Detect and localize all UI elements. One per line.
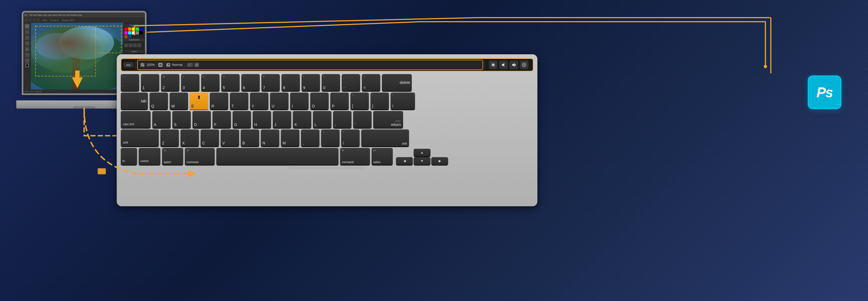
svg-point-5 xyxy=(31,30,123,90)
key-backslash[interactable]: | \ xyxy=(391,93,415,110)
key-r[interactable]: R xyxy=(210,93,228,110)
svg-marker-31 xyxy=(502,63,504,67)
photoshop-logo: Ps xyxy=(808,76,841,109)
key-g[interactable]: G xyxy=(232,111,251,128)
key-b[interactable]: B xyxy=(241,129,259,146)
key-5[interactable]: % 5 xyxy=(221,74,240,91)
svg-rect-20 xyxy=(188,64,189,66)
touch-bar: esc 100% xyxy=(121,58,533,71)
key-comma[interactable]: < , xyxy=(301,129,319,146)
key-p[interactable]: P xyxy=(330,93,349,110)
svg-point-8 xyxy=(59,26,114,59)
key-option-left[interactable]: alt option xyxy=(162,148,183,165)
svg-line-28 xyxy=(494,66,495,66)
key-arrow-up[interactable]: ▲ xyxy=(414,149,431,156)
key-semicolon[interactable]: : ; xyxy=(333,111,351,128)
qwerty-row: tab Q W E R xyxy=(121,93,533,110)
key-open-bracket[interactable]: { [ xyxy=(350,93,369,110)
key-y[interactable]: Y xyxy=(250,93,269,110)
key-tilde[interactable]: ~ ` xyxy=(121,74,139,91)
key-j[interactable]: J xyxy=(273,111,291,128)
svg-point-12 xyxy=(142,64,143,66)
key-8[interactable]: * 8 xyxy=(281,74,300,91)
key-minus[interactable]: _ - xyxy=(342,74,360,91)
key-n[interactable]: N xyxy=(261,129,279,146)
key-tab[interactable]: tab xyxy=(121,93,148,110)
touch-bar-volume-btn[interactable] xyxy=(499,61,508,69)
touch-bar-layer-icon[interactable] xyxy=(166,63,170,67)
key-k[interactable]: K xyxy=(293,111,311,128)
svg-rect-4 xyxy=(31,23,123,90)
touch-bar-brightness-btn[interactable] xyxy=(489,61,497,69)
key-u[interactable]: U xyxy=(270,93,288,110)
svg-line-30 xyxy=(492,66,492,66)
key-s[interactable]: S xyxy=(172,111,191,128)
svg-point-6 xyxy=(31,26,105,73)
key-tilde-top: ~ xyxy=(122,75,124,78)
key-e-highlighted[interactable]: E xyxy=(190,93,208,110)
key-1[interactable]: ! 1 xyxy=(141,74,159,91)
key-space[interactable] xyxy=(216,148,338,165)
key-z[interactable]: Z xyxy=(160,129,179,146)
touch-bar-right-controls xyxy=(487,61,531,69)
key-3[interactable]: # 3 xyxy=(181,74,199,91)
key-period[interactable]: > . xyxy=(321,129,340,146)
key-w[interactable]: W xyxy=(169,93,188,110)
key-command-right[interactable]: ⌘ command xyxy=(340,148,370,165)
touch-bar-history-state[interactable] xyxy=(186,63,194,67)
key-enter[interactable]: enter return xyxy=(373,111,403,128)
key-q[interactable]: Q xyxy=(150,93,168,110)
touch-bar-zoom-icon[interactable] xyxy=(140,63,145,67)
key-delete[interactable]: delete xyxy=(382,74,412,91)
key-6[interactable]: ^ 6 xyxy=(241,74,260,91)
key-2[interactable]: @ 2 xyxy=(161,74,179,91)
keyboard-wrapper: esc 100% xyxy=(117,54,551,212)
key-command-left[interactable]: ⌘ command xyxy=(185,148,215,165)
key-i[interactable]: I xyxy=(290,93,309,110)
key-l[interactable]: L xyxy=(313,111,332,128)
key-4[interactable]: $ 4 xyxy=(201,74,220,91)
key-h[interactable]: H xyxy=(253,111,271,128)
key-shift-right[interactable]: shift xyxy=(361,129,409,146)
key-m[interactable]: M xyxy=(281,129,299,146)
svg-point-37 xyxy=(524,64,525,65)
key-arrow-down[interactable]: ▼ xyxy=(414,157,431,165)
key-arrow-right[interactable]: ▶ xyxy=(431,157,448,165)
key-arrow-left[interactable]: ◀ xyxy=(396,157,413,165)
key-option-right[interactable]: alt option xyxy=(372,148,393,165)
key-0[interactable]: ) 0 xyxy=(322,74,340,91)
touch-bar-undo-icon[interactable]: ↩ xyxy=(195,63,199,67)
key-close-bracket[interactable]: } ] xyxy=(371,93,389,110)
key-t[interactable]: T xyxy=(230,93,248,110)
touch-bar-blend-mode[interactable]: Normal xyxy=(172,63,183,67)
key-f[interactable]: F xyxy=(213,111,231,128)
touch-bar-mute-btn[interactable] xyxy=(509,61,518,69)
ps-tools-panel: ↖ ⬚ ✂ ✏ 🖌 T ⬡ xyxy=(23,23,31,90)
key-fn[interactable]: fn xyxy=(121,148,137,165)
key-d[interactable]: D xyxy=(192,111,211,128)
key-control[interactable]: control xyxy=(139,148,160,165)
key-caps-lock[interactable]: caps lock xyxy=(121,111,151,128)
ps-layers-title: Layers xyxy=(124,50,144,53)
key-x[interactable]: X xyxy=(181,129,199,146)
key-v[interactable]: V xyxy=(221,129,239,146)
key-apostrophe[interactable]: " ' xyxy=(353,111,372,128)
key-9[interactable]: ( 9 xyxy=(302,74,320,91)
svg-line-43 xyxy=(135,18,478,26)
key-slash[interactable]: ? / xyxy=(341,129,360,146)
touch-bar-siri-btn[interactable] xyxy=(520,61,528,69)
number-row: ~ ` ! 1 @ 2 # 3 $ 4 xyxy=(121,74,533,91)
key-o[interactable]: O xyxy=(310,93,329,110)
touch-bar-esc[interactable]: esc xyxy=(124,62,133,68)
key-a[interactable]: A xyxy=(152,111,171,128)
key-shift-left[interactable]: shift xyxy=(121,129,159,146)
touch-bar-fit-icon[interactable] xyxy=(158,63,162,67)
svg-line-29 xyxy=(494,63,495,64)
touch-bar-sep-1 xyxy=(156,62,157,68)
ps-menubar: Ps File Edit Image Layer Type Select Fil… xyxy=(23,12,145,18)
ps-image-tree xyxy=(31,23,123,90)
key-c[interactable]: C xyxy=(200,129,219,146)
key-7[interactable]: & 7 xyxy=(261,74,280,91)
svg-rect-11 xyxy=(96,26,121,53)
key-equals[interactable]: + = xyxy=(362,74,380,91)
